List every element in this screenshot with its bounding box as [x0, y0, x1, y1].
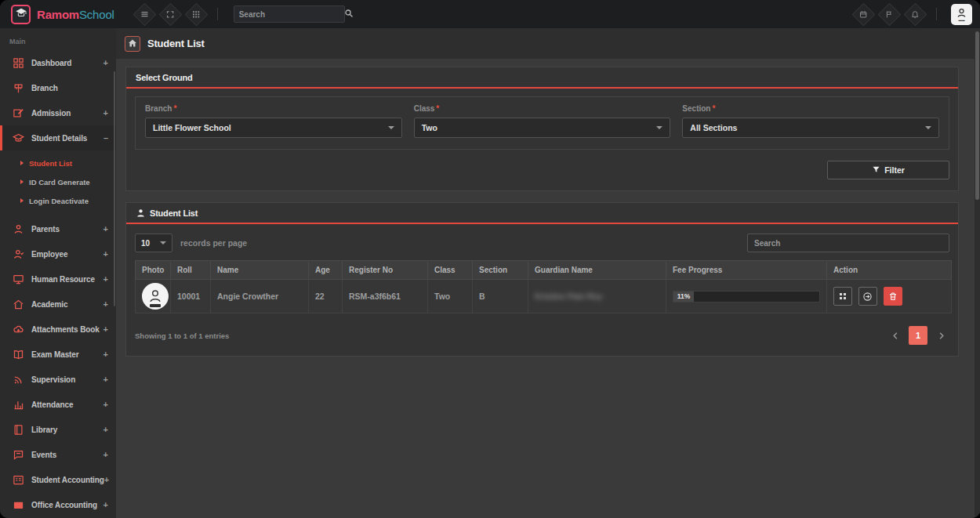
sidebar-item-admission[interactable]: Admission + [0, 100, 116, 125]
cell-roll: 10001 [171, 280, 211, 313]
required-asterisk: * [712, 104, 715, 113]
sidebar-subitem-login-deactivate[interactable]: Login Deactivate [0, 191, 116, 210]
col-age[interactable]: Age [309, 261, 343, 280]
fullscreen-button[interactable] [158, 2, 182, 26]
sidebar-item-library[interactable]: Library + [0, 417, 116, 442]
cell-section: B [473, 280, 528, 313]
scrollbar-thumb[interactable] [975, 31, 979, 200]
expand-marker: + [103, 108, 108, 118]
admission-icon [13, 107, 24, 119]
apps-grid-button[interactable] [184, 2, 208, 26]
sidebar-item-label: Parents [31, 225, 60, 234]
student-avatar[interactable] [142, 283, 169, 310]
chevron-down-icon [656, 126, 662, 129]
sidebar-scrollbar[interactable] [114, 71, 115, 306]
class-field-label: Class [414, 104, 435, 113]
global-search-input[interactable] [239, 10, 344, 19]
header-left-actions [132, 6, 209, 23]
flag-icon [885, 7, 894, 21]
col-name[interactable]: Name [211, 261, 309, 280]
col-fee-progress[interactable]: Fee Progress [666, 261, 827, 280]
student-details-icon [13, 132, 24, 144]
login-circle-button[interactable] [858, 287, 877, 306]
expand-marker: + [103, 375, 108, 384]
dashboard-icon [13, 57, 24, 69]
sidebar-item-employee[interactable]: Employee + [0, 241, 116, 266]
search-icon[interactable] [344, 7, 354, 21]
records-per-page-select[interactable]: 10 [135, 234, 172, 252]
branch-select[interactable]: Little Flower School [145, 118, 402, 138]
exam-master-icon [13, 349, 24, 360]
submenu-item-label: Login Deactivate [29, 197, 89, 205]
branch-field: Branch* Little Flower School [145, 104, 402, 138]
sidebar-item-academic[interactable]: Academic + [0, 292, 116, 317]
brand-name-secondary: School [79, 8, 114, 21]
global-search[interactable] [234, 5, 345, 23]
office-accounting-icon [13, 499, 24, 511]
table-search[interactable] [747, 234, 949, 252]
attachments-book-icon [13, 324, 24, 335]
sidebar-item-exam-master[interactable]: Exam Master + [0, 342, 116, 367]
filter-fields-row: Branch* Little Flower School Class* Two [135, 96, 949, 150]
sidebar-item-human-resource[interactable]: Human Resource + [0, 266, 116, 292]
flag-button[interactable] [878, 2, 902, 26]
sidebar-subitem-id-card-generate[interactable]: ID Card Generate [0, 172, 116, 191]
table-search-input[interactable] [754, 239, 942, 248]
human-resource-icon [13, 273, 24, 285]
col-register-no[interactable]: Register No [343, 261, 428, 280]
page-title-bar: Student List [116, 28, 980, 59]
class-select[interactable]: Two [414, 118, 671, 138]
brand-name[interactable]: RamomSchool [37, 8, 114, 21]
sidebar-item-label: Dashboard [31, 59, 71, 67]
sidebar-item-attendance[interactable]: Attendance + [0, 392, 116, 417]
sidebar-item-parents[interactable]: Parents + [0, 216, 116, 241]
brand-name-primary: Ramom [37, 8, 79, 21]
brand-logo[interactable] [11, 5, 31, 24]
col-photo[interactable]: Photo [136, 261, 171, 280]
pagination: 1 [887, 326, 949, 345]
details-grid-button[interactable] [833, 287, 852, 306]
calendar-button[interactable] [852, 2, 876, 26]
sidebar-item-label: Exam Master [31, 350, 79, 359]
col-action[interactable]: Action [827, 261, 952, 280]
avatar-ribbon [150, 304, 161, 307]
table-footer: Showing 1 to 1 of 1 entries 1 [126, 313, 958, 356]
col-class[interactable]: Class [428, 261, 473, 280]
sidebar-item-label: Attachments Book [31, 325, 100, 334]
next-page-button[interactable] [932, 327, 949, 344]
events-icon [13, 449, 24, 461]
col-guardian-name[interactable]: Guardian Name [528, 261, 666, 280]
page-1-button[interactable]: 1 [909, 326, 927, 345]
col-roll[interactable]: Roll [171, 261, 211, 280]
home-breadcrumb-button[interactable] [125, 36, 140, 52]
section-field-label: Section [682, 104, 710, 113]
section-select[interactable]: All Sections [682, 118, 939, 138]
sidebar-item-supervision[interactable]: Supervision + [0, 367, 116, 392]
sidebar-item-label: Admission [31, 109, 71, 118]
chevron-down-icon [925, 126, 931, 129]
sidebar-item-office-accounting[interactable]: Office Accounting + [0, 492, 116, 517]
expand-marker: + [103, 450, 108, 459]
sidebar-item-branch[interactable]: Branch [0, 75, 116, 100]
sidebar-item-attachments-book[interactable]: Attachments Book + [0, 317, 116, 342]
sidebar-subitem-student-list[interactable]: Student List [0, 154, 116, 172]
sidebar-item-label: Branch [31, 84, 58, 92]
user-avatar[interactable]: ▬▬ [951, 4, 972, 25]
header-right-actions: ▬▬ [851, 4, 972, 25]
prev-page-button[interactable] [887, 327, 904, 344]
select-ground-title: Select Ground [136, 73, 193, 82]
filter-button[interactable]: Filter [827, 161, 949, 179]
sidebar-item-student-accounting[interactable]: Student Accounting + [0, 467, 116, 492]
sidebar-item-student-details[interactable]: Student Details – [0, 125, 116, 150]
sidebar-item-events[interactable]: Events + [0, 442, 116, 467]
sidebar-item-dashboard[interactable]: Dashboard + [0, 50, 116, 75]
vertical-scrollbar[interactable] [975, 28, 980, 518]
notifications-button[interactable] [904, 2, 927, 26]
expand-marker: + [103, 249, 108, 259]
table-header-row: Photo Roll Name Age Register No Class Se… [136, 261, 952, 280]
delete-button[interactable] [884, 287, 902, 306]
menu-toggle-button[interactable] [132, 2, 156, 26]
col-section[interactable]: Section [473, 261, 528, 280]
expand-marker: + [103, 425, 108, 434]
student-list-title: Student List [150, 208, 198, 218]
